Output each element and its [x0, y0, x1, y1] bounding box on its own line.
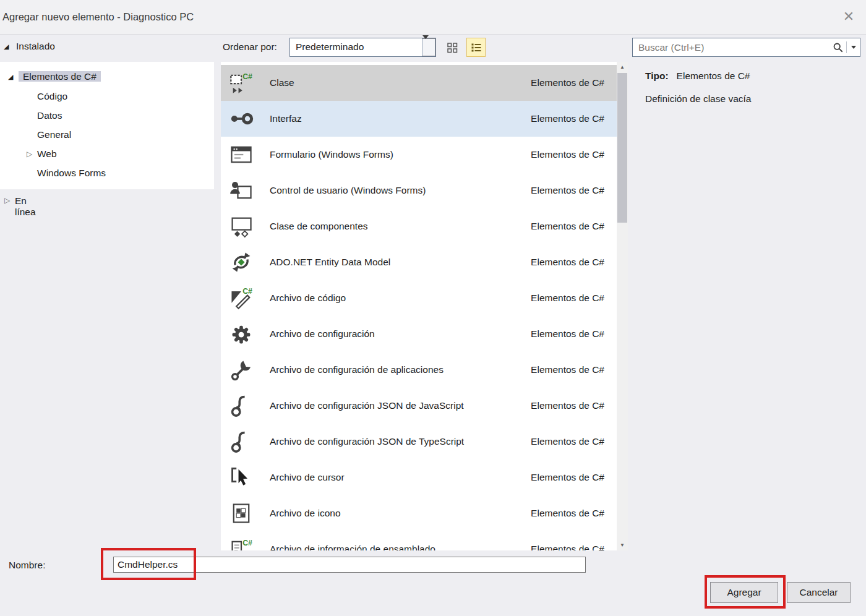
template-name: Archivo de información de ensamblado: [270, 544, 435, 550]
list-item[interactable]: C#ClaseElementos de C#: [221, 65, 617, 101]
sort-by-label: Ordenar por:: [223, 41, 277, 53]
sidebar-group-label: Instalado: [16, 41, 55, 52]
tree-item-label: Código: [33, 91, 72, 101]
template-tree-panel: ◢ Elementos de C# Código Datos General ▷…: [0, 62, 214, 189]
template-category: Elementos de C#: [531, 293, 604, 304]
list-item[interactable]: Archivo de iconoElementos de C#: [221, 495, 617, 531]
template-name: Interfaz: [270, 113, 302, 124]
template-name: Archivo de configuración de aplicaciones: [270, 364, 444, 375]
template-description: Definición de clase vacía: [645, 93, 751, 105]
template-name: Archivo de configuración: [270, 328, 375, 340]
template-category: Elementos de C#: [531, 257, 604, 268]
sort-dropdown-button[interactable]: [422, 38, 435, 56]
template-name: Clase: [270, 77, 294, 88]
expanded-triangle-icon: ◢: [8, 69, 13, 84]
template-category: Elementos de C#: [531, 364, 604, 375]
class-icon: C#: [229, 71, 254, 95]
template-category: Elementos de C#: [531, 544, 604, 550]
gear-icon: [229, 322, 254, 346]
tree-item-label: General: [33, 129, 75, 140]
template-name: Formulario (Windows Forms): [270, 149, 393, 160]
template-category: Elementos de C#: [531, 77, 604, 88]
svg-text:C#: C#: [242, 72, 252, 81]
list-view-button[interactable]: [466, 38, 486, 57]
list-item[interactable]: Formulario (Windows Forms)Elementos de C…: [221, 137, 617, 173]
template-category: Elementos de C#: [531, 185, 604, 196]
name-input[interactable]: [113, 557, 586, 573]
entity-model-icon: [229, 250, 254, 275]
tree-item-elementos-de-csharp[interactable]: ◢ Elementos de C#: [0, 69, 101, 84]
interface-icon: [229, 106, 254, 131]
tree-item-label: Elementos de C#: [19, 71, 101, 82]
scrollbar-thumb[interactable]: [617, 73, 627, 223]
icon-image-icon: [229, 501, 254, 526]
small-icons-view-button[interactable]: [443, 38, 462, 57]
list-item[interactable]: Archivo de configuraciónElementos de C#: [221, 316, 617, 352]
template-category: Elementos de C#: [531, 508, 604, 519]
user-control-icon: [229, 178, 254, 203]
tree-item-windows-forms[interactable]: Windows Forms: [33, 166, 110, 181]
list-scrollbar[interactable]: ▲ ▼: [617, 62, 628, 550]
list-item[interactable]: Archivo de cursorElementos de C#: [221, 460, 617, 495]
sort-dropdown-value: Predeterminado: [296, 41, 364, 53]
assembly-info-icon: C#: [229, 537, 254, 550]
template-category: Elementos de C#: [531, 149, 604, 160]
list-item[interactable]: Archivo de configuración de aplicaciones…: [221, 352, 617, 388]
template-name: Archivo de cursor: [270, 472, 345, 483]
expanded-triangle-icon: ◢: [4, 43, 9, 51]
scroll-down-icon[interactable]: ▼: [617, 540, 628, 550]
search-box: [632, 38, 860, 57]
tree-item-label: Windows Forms: [33, 168, 110, 178]
collapsed-triangle-icon: ▷: [4, 196, 10, 205]
template-name: Archivo de código: [270, 293, 346, 304]
type-label: Tipo:: [645, 71, 669, 81]
template-category: Elementos de C#: [531, 113, 604, 124]
list-item[interactable]: Archivo de configuración JSON de TypeScr…: [221, 424, 617, 460]
name-label: Nombre:: [9, 560, 45, 571]
list-item[interactable]: ADO.NET Entity Data ModelElementos de C#: [221, 244, 617, 280]
list-item[interactable]: InterfazElementos de C#: [221, 101, 617, 137]
component-icon: [229, 214, 254, 239]
wrench-icon: [229, 357, 254, 382]
type-value: Elementos de C#: [677, 71, 750, 81]
template-type: Tipo:Elementos de C#: [645, 71, 750, 82]
template-category: Elementos de C#: [531, 328, 604, 340]
list-item[interactable]: Archivo de configuración JSON de JavaScr…: [221, 388, 617, 424]
add-button[interactable]: Agregar: [710, 582, 778, 603]
list-item[interactable]: C#Archivo de códigoElementos de C#: [221, 280, 617, 316]
template-name: Clase de componentes: [270, 221, 368, 232]
json-icon: [229, 393, 254, 418]
sort-dropdown[interactable]: Predeterminado: [289, 38, 436, 57]
template-category: Elementos de C#: [531, 436, 604, 447]
cursor-icon: [229, 465, 254, 490]
chevron-down-icon: [422, 35, 429, 49]
template-name: Control de usuario (Windows Forms): [270, 185, 426, 196]
list-item[interactable]: C#Archivo de información de ensambladoEl…: [221, 531, 617, 550]
tree-item-codigo[interactable]: Código: [33, 89, 72, 104]
list-item[interactable]: Control de usuario (Windows Forms)Elemen…: [221, 173, 617, 208]
code-file-icon: C#: [229, 286, 254, 310]
list-item[interactable]: Clase de componentesElementos de C#: [221, 208, 617, 244]
template-name: Archivo de configuración JSON de TypeScr…: [270, 436, 464, 447]
tree-item-label: Web: [33, 148, 61, 159]
search-icon[interactable]: [830, 42, 846, 53]
window-title: Agregar nuevo elemento - Diagnostico PC: [2, 11, 194, 23]
tree-item-label: Datos: [33, 110, 67, 121]
scroll-up-icon[interactable]: ▲: [617, 62, 628, 72]
form-icon: [229, 142, 254, 167]
tree-item-datos[interactable]: Datos: [33, 108, 67, 123]
chevron-down-icon: [851, 46, 856, 49]
search-dropdown-button[interactable]: [847, 46, 860, 49]
title-bar: Agregar nuevo elemento - Diagnostico PC …: [0, 0, 866, 35]
cancel-button[interactable]: Cancelar: [787, 582, 851, 603]
sidebar-group-label: En línea: [15, 195, 36, 218]
search-input[interactable]: [633, 38, 830, 56]
collapsed-triangle-icon: ▷: [27, 147, 32, 161]
close-icon[interactable]: ✕: [839, 7, 859, 27]
template-category: Elementos de C#: [531, 472, 604, 483]
list-view-icon: [470, 41, 482, 54]
template-category: Elementos de C#: [531, 221, 604, 232]
template-name: Archivo de icono: [270, 508, 341, 519]
tree-item-general[interactable]: General: [33, 127, 75, 142]
tree-item-web[interactable]: ▷ Web: [0, 147, 61, 161]
